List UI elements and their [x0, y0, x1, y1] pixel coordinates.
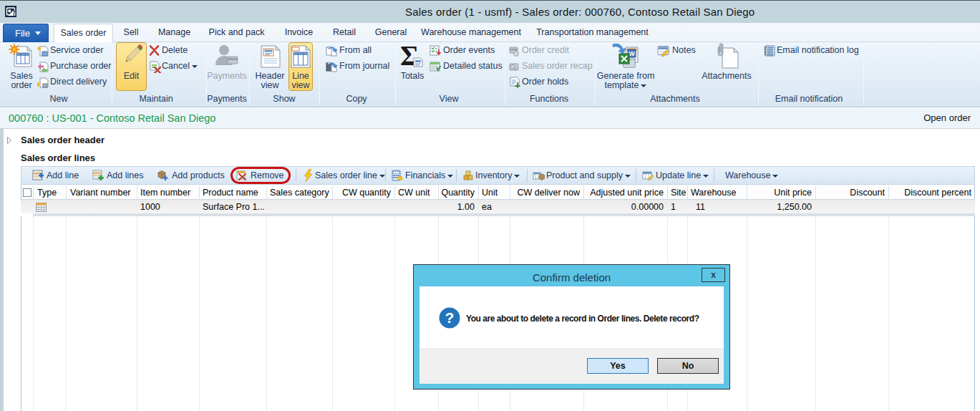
svg-text:W: W — [629, 50, 635, 57]
svg-text:?: ? — [445, 309, 455, 326]
